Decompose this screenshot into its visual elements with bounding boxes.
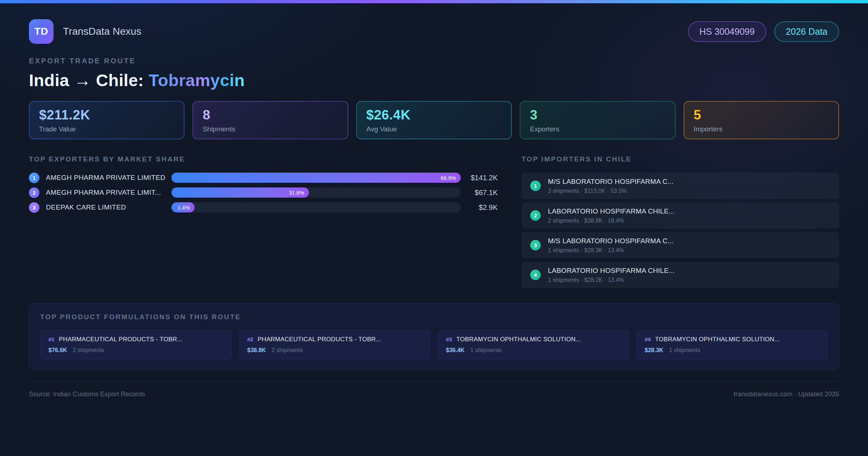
formulations-panel: TOP PRODUCT FORMULATIONS ON THIS ROUTE #… xyxy=(29,303,839,370)
importer-name: M/S LABORATORIO HOSPIFARMA C... xyxy=(548,237,674,245)
exporter-name: AMEGH PHARMA PRIVATE LIMITED xyxy=(39,174,171,182)
market-share-bar-fill: 66.9% xyxy=(171,173,461,183)
formulations-heading: TOP PRODUCT FORMULATIONS ON THIS ROUTE xyxy=(40,313,828,321)
formulation-card[interactable]: #2 PHARMACEUTICAL PRODUCTS - TOBR... $38… xyxy=(239,330,431,359)
importer-details: 1 shipments · $28.2K · 13.4% xyxy=(548,277,675,283)
stat-card-shipments: 8 Shipments xyxy=(192,101,348,139)
page-eyebrow: EXPORT TRADE ROUTE xyxy=(29,57,839,65)
exporters-section: TOP EXPORTERS BY MARKET SHARE 1 AMEGH PH… xyxy=(29,155,498,212)
stat-card-trade-value: $211.2K Trade Value xyxy=(29,101,184,139)
header: TD TransData Nexus HS 30049099 2026 Data xyxy=(29,19,839,44)
title-route: India → Chile: xyxy=(29,71,149,90)
importer-details: 2 shipments · $38.8K · 18.4% xyxy=(548,218,675,224)
formulation-value: $38.8K xyxy=(247,347,266,354)
hs-code-badge[interactable]: HS 30049099 xyxy=(688,21,766,42)
rank-badge: 2 xyxy=(29,187,39,198)
formulation-shipments: 2 shipments xyxy=(73,347,104,354)
rank-badge: 3 xyxy=(29,202,39,213)
header-badges: HS 30049099 2026 Data xyxy=(688,21,839,42)
stat-label: Trade Value xyxy=(39,125,174,133)
stat-label: Avg Value xyxy=(366,125,502,133)
rank-badge: 2 xyxy=(530,210,541,221)
stat-cards: $211.2K Trade Value 8 Shipments $26.4K A… xyxy=(29,101,839,139)
formulation-shipments: 2 shipments xyxy=(272,347,303,354)
market-share-percent: 31.8% xyxy=(289,190,305,196)
market-share-bar-track: 31.8% xyxy=(171,187,461,198)
exporter-trade-value: $141.2K xyxy=(461,174,498,182)
formulation-shipments: 1 shipments xyxy=(669,347,700,354)
formulation-name: TOBRAMYCIN OPHTHALMIC SOLUTION... xyxy=(655,336,780,343)
exporter-name: DEEPAK CARE LIMITED xyxy=(39,203,171,211)
exporter-trade-value: $67.1K xyxy=(461,189,498,197)
exporter-row[interactable]: 2 AMEGH PHARMA PRIVATE LIMIT... 31.8% $6… xyxy=(29,187,498,198)
importer-name: M/S LABORATORIO HOSPIFARMA C... xyxy=(548,178,674,186)
rank-badge: 3 xyxy=(530,240,541,250)
importer-list-item[interactable]: 3 M/S LABORATORIO HOSPIFARMA C... 1 ship… xyxy=(522,232,839,258)
formulation-shipments: 1 shipments xyxy=(471,347,502,354)
stat-value: $211.2K xyxy=(39,107,174,123)
market-share-bar-track: 66.9% xyxy=(171,173,461,183)
stat-label: Importers xyxy=(694,125,829,133)
rank-badge: 1 xyxy=(530,181,541,191)
market-share-bar-track: 1.4% xyxy=(171,202,461,212)
exporter-trade-value: $2.9K xyxy=(461,203,498,212)
market-share-bar-fill: 1.4% xyxy=(171,202,195,212)
importer-details: 3 shipments · $113.0K · 53.5% xyxy=(548,188,674,194)
app-name: TransData Nexus xyxy=(63,26,141,37)
stat-value: 5 xyxy=(694,107,829,123)
formulation-card[interactable]: #1 PHARMACEUTICAL PRODUCTS - TOBR... $76… xyxy=(40,330,232,359)
footer-source: Source: Indian Customs Export Records xyxy=(29,390,145,398)
exporters-bar-chart: 1 AMEGH PHARMA PRIVATE LIMITED 66.9% $14… xyxy=(29,173,498,212)
stat-card-importers: 5 Importers xyxy=(684,101,839,139)
formulation-rank: #4 xyxy=(645,336,651,342)
formulation-value: $36.4K xyxy=(446,347,465,354)
formulation-value: $28.3K xyxy=(645,347,664,354)
exporter-row[interactable]: 1 AMEGH PHARMA PRIVATE LIMITED 66.9% $14… xyxy=(29,173,498,183)
formulation-cards: #1 PHARMACEUTICAL PRODUCTS - TOBR... $76… xyxy=(40,330,828,359)
formulation-name: PHARMACEUTICAL PRODUCTS - TOBR... xyxy=(258,336,381,343)
stat-value: $26.4K xyxy=(366,107,502,123)
rank-badge: 4 xyxy=(530,270,541,280)
page-title: India → Chile: Tobramycin xyxy=(29,70,839,90)
importer-details: 1 shipments · $28.3K · 13.4% xyxy=(548,247,674,254)
formulation-card[interactable]: #3 TOBRAMYCIN OPHTHALMIC SOLUTION... $36… xyxy=(438,330,629,359)
title-product: Tobramycin xyxy=(149,71,245,90)
importers-list: 1 M/S LABORATORIO HOSPIFARMA C... 3 ship… xyxy=(522,173,839,288)
formulation-name: PHARMACEUTICAL PRODUCTS - TOBR... xyxy=(59,336,183,343)
brand-gradient-stripe xyxy=(0,0,868,3)
footer: Source: Indian Customs Export Records tr… xyxy=(29,381,839,398)
formulation-rank: #1 xyxy=(48,336,55,342)
exporter-name: AMEGH PHARMA PRIVATE LIMIT... xyxy=(39,189,171,197)
footer-site-link[interactable]: transdatanexus.com · Updated 2026 xyxy=(734,390,839,398)
exporter-row[interactable]: 3 DEEPAK CARE LIMITED 1.4% $2.9K xyxy=(29,202,498,212)
formulation-value: $76.6K xyxy=(48,347,67,354)
formulation-rank: #2 xyxy=(247,336,254,342)
stat-value: 3 xyxy=(530,107,665,123)
rank-badge: 1 xyxy=(29,173,39,183)
market-share-percent: 1.4% xyxy=(178,204,190,211)
formulation-name: TOBRAMYCIN OPHTHALMIC SOLUTION... xyxy=(456,336,581,343)
stat-value: 8 xyxy=(203,107,338,123)
brand[interactable]: TD TransData Nexus xyxy=(29,19,141,44)
importer-list-item[interactable]: 2 LABORATORIO HOSPIFARMA CHILE... 2 ship… xyxy=(522,202,839,229)
importer-list-item[interactable]: 1 M/S LABORATORIO HOSPIFARMA C... 3 ship… xyxy=(522,173,839,199)
stat-card-avg-value: $26.4K Avg Value xyxy=(356,101,512,139)
formulation-rank: #3 xyxy=(446,336,452,342)
stat-label: Exporters xyxy=(530,125,665,133)
app-logo[interactable]: TD xyxy=(29,19,54,44)
exporters-heading: TOP EXPORTERS BY MARKET SHARE xyxy=(29,155,498,163)
importer-list-item[interactable]: 4 LABORATORIO HOSPIFARMA CHILE... 1 ship… xyxy=(522,262,839,288)
importer-name: LABORATORIO HOSPIFARMA CHILE... xyxy=(548,207,675,215)
importers-section: TOP IMPORTERS IN CHILE 1 M/S LABORATORIO… xyxy=(522,155,839,288)
formulation-card[interactable]: #4 TOBRAMYCIN OPHTHALMIC SOLUTION... $28… xyxy=(637,330,828,359)
importer-name: LABORATORIO HOSPIFARMA CHILE... xyxy=(548,267,675,275)
data-year-badge[interactable]: 2026 Data xyxy=(774,21,839,42)
stat-label: Shipments xyxy=(203,125,338,133)
market-share-bar-fill: 31.8% xyxy=(171,187,309,198)
market-share-percent: 66.9% xyxy=(441,175,456,181)
stat-card-exporters: 3 Exporters xyxy=(520,101,675,139)
importers-heading: TOP IMPORTERS IN CHILE xyxy=(522,155,839,163)
